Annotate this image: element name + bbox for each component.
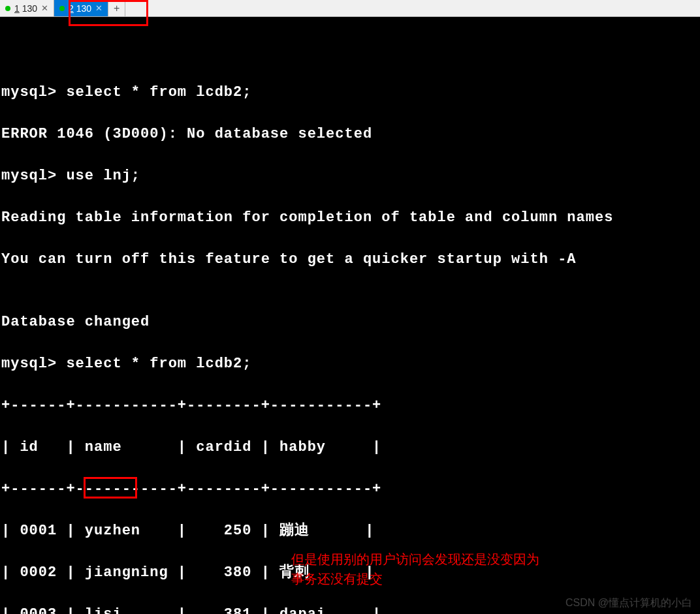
table-separator: +------+-----------+--------+-----------… — [1, 479, 700, 500]
tab-label: 2 130 — [69, 3, 91, 14]
terminal-line: You can turn off this feature to get a q… — [1, 249, 700, 270]
tab-1[interactable]: 1 130 ✕ — [0, 0, 54, 16]
tab-status-dot-icon — [5, 6, 10, 11]
new-tab-button[interactable]: + — [108, 0, 125, 16]
terminal-line: mysql> use lnj; — [1, 166, 700, 187]
annotation-line: 事务还没有提交 — [291, 569, 539, 589]
terminal-output[interactable]: mysql> select * from lcdb2; ERROR 1046 (… — [0, 17, 700, 614]
table-header: | id | name | cardid | habby | — [1, 437, 700, 458]
tab-bar: 1 130 ✕ 2 130 ✕ + — [0, 0, 700, 17]
table-row: | 0001 | yuzhen | 250 | 蹦迪 | — [1, 521, 700, 542]
annotation-line: 但是使用别的用户访问会发现还是没变因为 — [291, 549, 539, 569]
close-icon[interactable]: ✕ — [41, 3, 48, 13]
tab-label: 1 130 — [14, 3, 37, 14]
terminal-line: mysql> select * from lcdb2; — [1, 354, 700, 375]
table-separator: +------+-----------+--------+-----------… — [1, 395, 700, 416]
tab-2[interactable]: 2 130 ✕ — [54, 0, 108, 16]
annotation-text: 但是使用别的用户访问会发现还是没变因为 事务还没有提交 — [291, 549, 539, 589]
terminal-line: Database changed — [1, 312, 700, 333]
watermark: CSDN @懂点计算机的小白 — [565, 596, 692, 610]
terminal-line: ERROR 1046 (3D000): No database selected — [1, 124, 700, 145]
terminal-line: Reading table information for completion… — [1, 207, 700, 228]
tab-status-dot-icon — [59, 6, 65, 11]
close-icon[interactable]: ✕ — [95, 3, 103, 13]
terminal-line: mysql> select * from lcdb2; — [1, 82, 700, 103]
